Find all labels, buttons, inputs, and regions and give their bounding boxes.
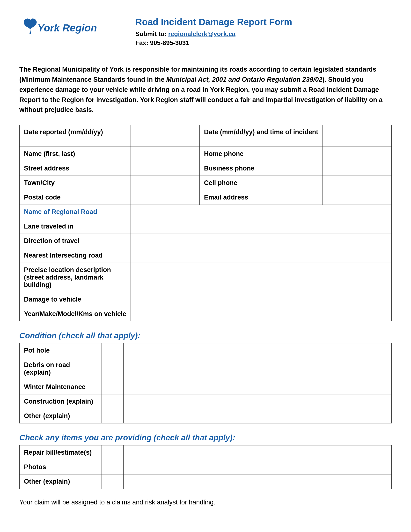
nearest-intersecting-label: Nearest Intersecting road (19, 248, 131, 263)
condition-table: Pot hole Debris on road (explain) Winter… (19, 343, 392, 423)
intro-text: The Regional Municipality of York is res… (19, 65, 392, 115)
construction-value[interactable] (123, 394, 392, 409)
construction-row: Construction (explain) (19, 394, 392, 409)
intro-italic: Municipal Act, 2001 and Ontario Regulati… (166, 76, 323, 83)
debris-row: Debris on road (explain) (19, 358, 392, 380)
postal-code-label: Postal code (19, 190, 131, 205)
nearest-road-row: Nearest Intersecting road (19, 248, 392, 263)
winter-maintenance-value[interactable] (123, 380, 392, 394)
pot-hole-row: Pot hole (19, 343, 392, 358)
name-value[interactable] (131, 147, 200, 161)
construction-label: Construction (explain) (19, 394, 102, 409)
precise-location-value[interactable] (131, 263, 392, 292)
winter-maintenance-row: Winter Maintenance (19, 380, 392, 394)
town-city-label: Town/City (19, 176, 131, 190)
year-make-row: Year/Make/Model/Kms on vehicle (19, 307, 392, 321)
other-condition-value[interactable] (123, 409, 392, 423)
name-label: Name (first, last) (19, 147, 131, 161)
year-make-label: Year/Make/Model/Kms on vehicle (19, 307, 131, 321)
debris-label: Debris on road (explain) (19, 358, 102, 380)
submit-label: Submit to (135, 30, 164, 38)
other-providing-label: Other (explain) (19, 475, 102, 489)
repair-bill-row: Repair bill/estimate(s) (19, 446, 392, 460)
postal-row: Postal code Email address (19, 190, 392, 205)
submit-line: Submit to: regionalclerk@york.ca (135, 30, 292, 38)
name-row: Name (first, last) Home phone (19, 147, 392, 161)
date-reported-label: Date reported (mm/dd/yy) (19, 125, 131, 147)
year-make-value[interactable] (131, 307, 392, 321)
other-providing-row: Other (explain) (19, 475, 392, 489)
condition-section-title: Condition (check all that apply): (19, 331, 392, 340)
regional-road-row: Name of Regional Road (19, 205, 392, 219)
date-incident-value[interactable] (323, 125, 392, 147)
lane-traveled-label: Lane traveled in (19, 219, 131, 234)
debris-checkbox[interactable] (102, 358, 123, 380)
pot-hole-checkbox[interactable] (102, 343, 123, 358)
date-row: Date reported (mm/dd/yy) Date (mm/dd/yy)… (19, 125, 392, 147)
damage-row: Damage to vehicle (19, 292, 392, 307)
cell-phone-label: Cell phone (199, 176, 323, 190)
main-form-table: Date reported (mm/dd/yy) Date (mm/dd/yy)… (19, 125, 392, 321)
winter-maintenance-checkbox[interactable] (102, 380, 123, 394)
regional-road-label: Name of Regional Road (19, 205, 131, 219)
photos-value[interactable] (123, 460, 392, 475)
providing-section-title: Check any items you are providing (check… (19, 433, 392, 442)
form-title: Road Incident Damage Report Form (135, 17, 292, 27)
repair-bill-checkbox[interactable] (102, 446, 123, 460)
street-row: Street address Business phone (19, 161, 392, 176)
york-region-logo: York Region (19, 15, 111, 53)
street-address-value[interactable] (131, 161, 200, 176)
cell-phone-value[interactable] (323, 176, 392, 190)
repair-bill-value[interactable] (123, 446, 392, 460)
svg-text:York Region: York Region (37, 22, 97, 34)
lane-traveled-value[interactable] (131, 219, 392, 234)
fax-number: 905-895-3031 (150, 39, 189, 47)
logo-area: York Region (19, 15, 121, 55)
street-address-label: Street address (19, 161, 131, 176)
pot-hole-value[interactable] (123, 343, 392, 358)
submit-email[interactable]: regionalclerk@york.ca (168, 30, 235, 38)
title-area: Road Incident Damage Report Form Submit … (121, 15, 292, 47)
precise-location-row: Precise location description (street add… (19, 263, 392, 292)
photos-label: Photos (19, 460, 102, 475)
direction-value[interactable] (131, 234, 392, 248)
lane-row: Lane traveled in (19, 219, 392, 234)
town-row: Town/City Cell phone (19, 176, 392, 190)
fax-line: Fax: 905-895-3031 (135, 39, 292, 47)
other-condition-row: Other (explain) (19, 409, 392, 423)
business-phone-value[interactable] (323, 161, 392, 176)
fax-label: Fax: (135, 39, 148, 47)
date-incident-label: Date (mm/dd/yy) and time of incident (199, 125, 323, 147)
page-header: York Region Road Incident Damage Report … (19, 15, 392, 55)
town-city-value[interactable] (131, 176, 200, 190)
other-providing-value[interactable] (123, 475, 392, 489)
email-address-value[interactable] (323, 190, 392, 205)
photos-row: Photos (19, 460, 392, 475)
postal-code-value[interactable] (131, 190, 200, 205)
damage-vehicle-value[interactable] (131, 292, 392, 307)
photos-checkbox[interactable] (102, 460, 123, 475)
business-phone-label: Business phone (199, 161, 323, 176)
pot-hole-label: Pot hole (19, 343, 102, 358)
precise-location-label: Precise location description (street add… (19, 263, 131, 292)
damage-vehicle-label: Damage to vehicle (19, 292, 131, 307)
other-condition-label: Other (explain) (19, 409, 102, 423)
date-reported-value[interactable] (131, 125, 200, 147)
repair-bill-label: Repair bill/estimate(s) (19, 446, 102, 460)
debris-value[interactable] (123, 358, 392, 380)
email-address-label: Email address (199, 190, 323, 205)
home-phone-value[interactable] (323, 147, 392, 161)
providing-table: Repair bill/estimate(s) Photos Other (ex… (19, 445, 392, 489)
construction-checkbox[interactable] (102, 394, 123, 409)
other-providing-checkbox[interactable] (102, 475, 123, 489)
home-phone-label: Home phone (199, 147, 323, 161)
nearest-intersecting-value[interactable] (131, 248, 392, 263)
other-condition-checkbox[interactable] (102, 409, 123, 423)
footer-text: Your claim will be assigned to a claims … (19, 499, 392, 506)
regional-road-value[interactable] (131, 205, 392, 219)
direction-label: Direction of travel (19, 234, 131, 248)
direction-row: Direction of travel (19, 234, 392, 248)
winter-maintenance-label: Winter Maintenance (19, 380, 102, 394)
